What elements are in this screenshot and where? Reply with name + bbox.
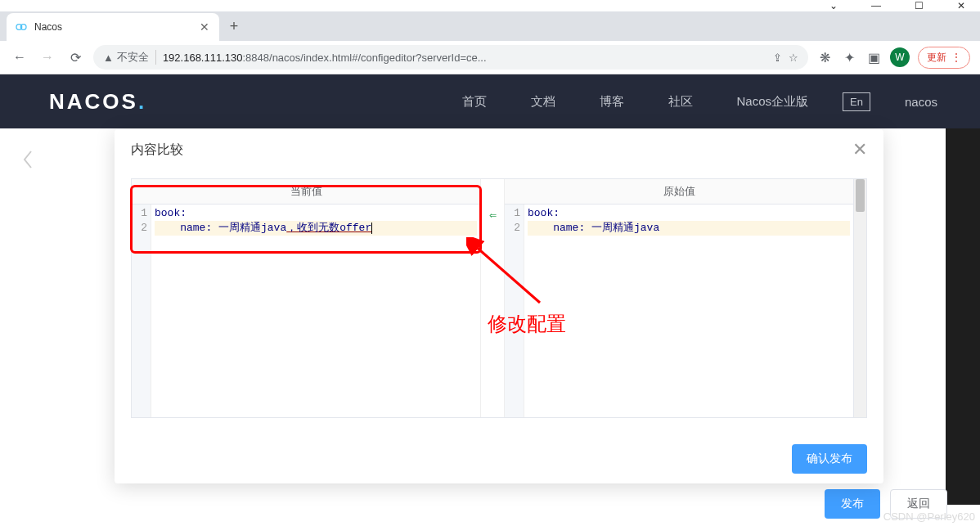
security-indicator[interactable]: ▲ 不安全 — [103, 50, 156, 65]
code-line: book: — [155, 206, 477, 221]
url-text: 192.168.111.130:8848/nacos/index.html#/c… — [163, 52, 766, 64]
browser-tabs-row: Nacos ✕ + — [0, 11, 980, 41]
share-icon[interactable]: ⇪ — [773, 52, 782, 64]
confirm-publish-button[interactable]: 确认发布 — [792, 444, 867, 474]
code-editor-current[interactable]: 1 2 book: name: 一周精通java，收到无数offer — [132, 205, 480, 417]
warning-icon: ▲ — [103, 52, 114, 64]
diff-marker-icon[interactable]: ⇐ — [489, 210, 497, 221]
compare-modal: 内容比较 ✕ 当前值 1 2 book: name: 一周精通java，收到无 — [115, 129, 883, 483]
profile-avatar[interactable]: W — [890, 47, 910, 67]
header-original: 原始值 — [505, 179, 853, 205]
maximize-button[interactable]: ☐ — [906, 0, 931, 14]
compare-col-original: 原始值 1 2 book: name: 一周精通java — [505, 179, 853, 417]
code-editor-original[interactable]: 1 2 book: name: 一周精通java — [505, 205, 853, 417]
code-lines-original: book: name: 一周精通java — [524, 205, 853, 417]
modal-header: 内容比较 ✕ — [115, 129, 883, 170]
modal-body: 当前值 1 2 book: name: 一周精通java，收到无数offer — [115, 170, 883, 434]
chevron-down-icon[interactable]: ⌄ — [821, 0, 846, 14]
close-tab-icon[interactable]: ✕ — [198, 20, 211, 34]
code-lines-current: book: name: 一周精通java，收到无数offer — [151, 205, 480, 417]
modal-overlay: 内容比较 ✕ 当前值 1 2 book: name: 一周精通java，收到无 — [0, 74, 980, 526]
modal-footer: 确认发布 — [115, 434, 883, 483]
diff-gutter: ⇐ — [480, 179, 505, 417]
code-line: name: 一周精通java — [528, 221, 850, 236]
update-label: 更新 — [927, 51, 946, 65]
scrollbar-thumb[interactable] — [856, 179, 865, 212]
close-window-button[interactable]: ✕ — [949, 0, 973, 14]
bookmark-icon[interactable]: ☆ — [789, 52, 798, 64]
compare-col-current: 当前值 1 2 book: name: 一周精通java，收到无数offer — [132, 179, 480, 417]
close-icon[interactable]: ✕ — [852, 139, 867, 160]
tab-title: Nacos — [34, 21, 191, 33]
browser-chrome: ⌄ — ☐ ✕ Nacos ✕ + ← → ⟳ ▲ 不安全 192.168.11… — [0, 0, 980, 74]
scrollbar-vertical[interactable] — [853, 179, 866, 417]
window-titlebar: ⌄ — ☐ ✕ — [0, 0, 980, 11]
browser-toolbar: ← → ⟳ ▲ 不安全 192.168.111.130:8848/nacos/i… — [0, 41, 980, 74]
code-line: book: — [528, 206, 850, 221]
minimize-button[interactable]: — — [864, 0, 888, 14]
kebab-icon: ⋮ — [951, 52, 961, 63]
reload-button[interactable]: ⟳ — [65, 47, 85, 67]
nacos-favicon-icon — [15, 20, 28, 34]
forward-button[interactable]: → — [38, 47, 57, 67]
header-current: 当前值 — [132, 179, 480, 205]
insecure-label: 不安全 — [117, 50, 149, 65]
watermark: CSDN @Perley620 — [883, 510, 975, 523]
extension-icon[interactable]: ❋ — [816, 49, 833, 65]
compare-container: 当前值 1 2 book: name: 一周精通java，收到无数offer — [131, 178, 867, 418]
modal-title: 内容比较 — [131, 142, 183, 159]
side-panel-icon[interactable]: ▣ — [865, 49, 882, 65]
extensions-puzzle-icon[interactable]: ✦ — [841, 49, 857, 65]
browser-tab[interactable]: Nacos ✕ — [7, 13, 219, 41]
address-bar[interactable]: ▲ 不安全 192.168.111.130:8848/nacos/index.h… — [93, 45, 808, 70]
gutter-original: 1 2 — [505, 205, 524, 417]
new-tab-button[interactable]: + — [223, 15, 245, 38]
back-button[interactable]: ← — [10, 47, 29, 67]
gutter-current: 1 2 — [132, 205, 151, 417]
code-line: name: 一周精通java，收到无数offer — [155, 221, 477, 236]
update-button[interactable]: 更新 ⋮ — [918, 47, 970, 69]
